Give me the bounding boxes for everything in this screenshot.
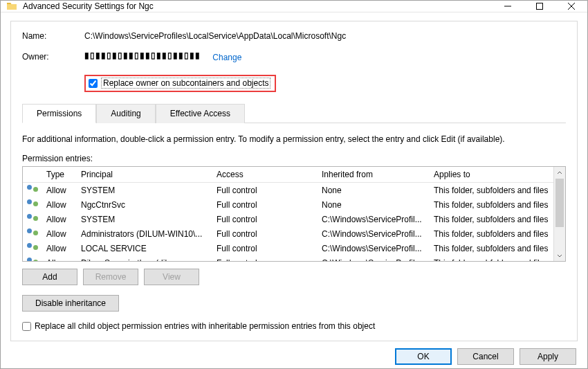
cell-inherited: C:\Windows\ServiceProfil... (318, 243, 430, 254)
folder-icon (6, 1, 17, 12)
titlebar[interactable]: Advanced Security Settings for Ngc (1, 1, 587, 12)
people-icon (27, 184, 38, 194)
table-row[interactable]: AllowSYSTEMFull controlNoneThis folder, … (23, 183, 553, 197)
window-title: Advanced Security Settings for Ngc (23, 1, 492, 11)
change-owner-link[interactable]: Change (212, 53, 241, 62)
window-frame: Advanced Security Settings for Ngc Name:… (0, 0, 588, 369)
cell-applies: This folder, subfolders and files (430, 228, 553, 240)
client-area: Name: C:\Windows\ServiceProfiles\LocalSe… (1, 12, 587, 369)
replace-owner-highlight: Replace owner on subcontainers and objec… (84, 75, 276, 92)
cell-type: Allow (42, 199, 77, 210)
view-button[interactable]: View (144, 269, 199, 285)
ok-button[interactable]: OK (395, 348, 452, 365)
cell-inherited: C:\Windows\ServiceProfil... (318, 214, 430, 225)
col-principal[interactable]: Principal (77, 167, 212, 182)
close-button[interactable] (555, 1, 587, 12)
col-inherited[interactable]: Inherited from (318, 167, 430, 182)
table-header[interactable]: Type Principal Access Inherited from App… (23, 167, 553, 183)
cell-type: Allow (42, 258, 77, 262)
disable-inheritance-button[interactable]: Disable inheritance (22, 295, 119, 312)
maximize-button[interactable] (524, 1, 555, 12)
cell-principal: Administrators (DILUM-WIN10\... (77, 228, 212, 240)
cell-applies: This folder, subfolders and files (430, 258, 553, 262)
hint-text: For additional information, double-click… (22, 134, 566, 144)
cell-inherited: C:\Windows\ServiceProfil (318, 258, 430, 262)
table-row[interactable]: AllowSYSTEMFull controlC:\Windows\Servic… (23, 212, 553, 226)
people-icon (27, 199, 38, 208)
cell-principal: LOCAL SERVICE (77, 243, 212, 254)
col-access[interactable]: Access (212, 167, 318, 182)
replace-child-label[interactable]: Replace all child object permission entr… (35, 321, 375, 331)
cell-access: Full control (212, 258, 318, 262)
name-label: Name: (22, 31, 84, 41)
cell-access: Full control (212, 199, 318, 210)
replace-owner-checkbox[interactable] (89, 79, 98, 88)
replace-child-checkbox[interactable] (22, 322, 31, 331)
vertical-scrollbar[interactable] (553, 167, 565, 261)
cell-applies: This folder, subfolders and files (430, 243, 553, 254)
cell-applies: This folder, subfolders and files (430, 199, 553, 210)
cell-principal: SYSTEM (77, 214, 212, 225)
col-applies[interactable]: Applies to (430, 167, 553, 182)
scroll-down-button[interactable] (554, 249, 565, 261)
svg-rect-0 (537, 3, 543, 10)
cell-type: Allow (42, 243, 77, 254)
cell-inherited: None (318, 185, 430, 196)
owner-value: ▮▯▮▮▯▮▯▮▮▯▮▮▯▮▮▯▮▮▯▮▮ (84, 51, 201, 60)
cell-principal: NgcCtnrSvc (77, 199, 212, 210)
cell-access: Full control (212, 243, 318, 254)
scroll-up-button[interactable] (554, 167, 565, 179)
main-panel: Name: C:\Windows\ServiceProfiles\LocalSe… (10, 21, 578, 341)
tab-effective-access[interactable]: Effective Access (156, 104, 245, 123)
cell-inherited: None (318, 199, 430, 210)
add-button[interactable]: Add (22, 269, 77, 285)
people-icon (27, 242, 38, 252)
cell-applies: This folder, subfolders and files (430, 214, 553, 225)
scroll-thumb[interactable] (555, 179, 564, 227)
cancel-button[interactable]: Cancel (457, 348, 514, 365)
col-type[interactable]: Type (42, 167, 77, 182)
apply-button[interactable]: Apply (520, 348, 576, 365)
owner-label: Owner: (22, 52, 84, 62)
cell-principal: Dilum Senevirathne (dilum.sene (77, 258, 212, 262)
cell-access: Full control (212, 228, 318, 240)
cell-access: Full control (212, 185, 318, 196)
cell-type: Allow (42, 214, 77, 225)
remove-button[interactable]: Remove (83, 269, 138, 285)
cell-type: Allow (42, 228, 77, 240)
table-row[interactable]: AllowAdministrators (DILUM-WIN10\...Full… (23, 226, 553, 241)
cell-inherited: C:\Windows\ServiceProfil... (318, 228, 430, 240)
minimize-button[interactable] (492, 1, 524, 12)
replace-owner-label[interactable]: Replace owner on subcontainers and objec… (101, 78, 270, 89)
people-icon (27, 213, 38, 223)
table-row[interactable]: AllowNgcCtnrSvcFull controlNoneThis fold… (23, 197, 553, 212)
name-value: C:\Windows\ServiceProfiles\LocalService\… (84, 31, 566, 41)
people-icon (27, 228, 38, 237)
cell-access: Full control (212, 214, 318, 225)
entries-label: Permission entries: (22, 154, 566, 163)
people-icon (27, 257, 38, 261)
tabpanel-permissions: For additional information, double-click… (22, 123, 566, 331)
cell-applies: This folder, subfolders and files (430, 185, 553, 196)
cell-type: Allow (42, 185, 77, 196)
tab-permissions[interactable]: Permissions (22, 104, 96, 123)
permission-table[interactable]: Type Principal Access Inherited from App… (22, 166, 566, 262)
table-row[interactable]: AllowLOCAL SERVICEFull controlC:\Windows… (23, 241, 553, 255)
tab-auditing[interactable]: Auditing (96, 104, 155, 123)
table-row[interactable]: AllowDilum Senevirathne (dilum.seneFull … (23, 255, 553, 261)
cell-principal: SYSTEM (77, 185, 212, 196)
